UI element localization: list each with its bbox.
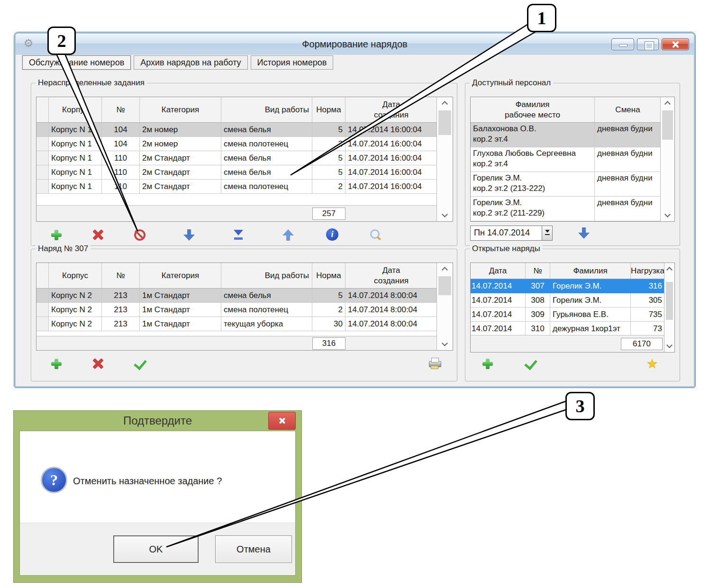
load-total: 6170 <box>621 338 663 350</box>
callout-1: 1 <box>527 4 556 32</box>
col-number[interactable]: № <box>526 263 550 279</box>
scroll-up-icon[interactable] <box>666 267 673 273</box>
person-name: Глухова Любовь Сергеевна <box>473 148 592 159</box>
col-date[interactable]: Дата <box>471 263 526 279</box>
minimize-button[interactable] <box>611 38 634 50</box>
scroll-up-icon[interactable] <box>442 267 448 273</box>
col-load[interactable]: Нагрузка <box>631 263 665 279</box>
table-header: Корпус № Категория Вид работы Норма Дата… <box>36 97 437 123</box>
maximize-button[interactable] <box>637 38 659 50</box>
confirm-icon[interactable] <box>524 357 537 371</box>
dialog-content: ? Отменить назначенное задание ? OK Отме… <box>19 431 296 576</box>
date-combo[interactable]: Пн 14.07.2014 <box>470 226 553 241</box>
favorite-star-icon[interactable] <box>645 357 659 371</box>
question-icon: ? <box>41 467 67 493</box>
col-worktype[interactable]: Вид работы <box>221 97 312 123</box>
col-norm[interactable]: Норма <box>312 263 345 289</box>
ok-button[interactable]: OK <box>113 535 199 563</box>
delete-icon[interactable] <box>91 357 105 371</box>
dialog-close-icon[interactable] <box>268 412 296 430</box>
table-row[interactable]: 14.07.2014 309 Гурьянова Е.В. 735 <box>471 308 665 322</box>
dialog-title: Подтвердите <box>14 411 301 431</box>
info-icon[interactable] <box>326 228 338 241</box>
scrollbar[interactable] <box>660 97 674 221</box>
table-row[interactable]: 14.07.2014 308 Горелик Э.М. 305 <box>471 293 665 308</box>
group-order-307: Наряд № 307 Корпус № Категория Вид работ… <box>31 249 457 381</box>
assign-down-icon[interactable] <box>577 226 591 240</box>
table-row[interactable]: Глухова Любовь Сергеевна кор.2 эт.4 днев… <box>471 147 661 172</box>
table-row[interactable]: 14.07.2014 310 дежурная 1кор1эт 73 <box>471 322 665 336</box>
col-worktype[interactable]: Вид работы <box>221 263 312 289</box>
person-place: кор.2 эт.2 (213-222) <box>473 183 592 194</box>
search-icon[interactable] <box>369 228 382 242</box>
unassigned-table: Корпус № Категория Вид работы Норма Дата… <box>36 97 453 222</box>
scrollbar[interactable] <box>436 97 453 221</box>
table-header: Фамилия рабочее место Смена <box>471 97 661 123</box>
col-norm[interactable]: Норма <box>312 97 345 123</box>
scroll-down-icon[interactable] <box>442 211 448 217</box>
table-row[interactable]: Балахонова О.В. кор.2 эт.4 дневная будни <box>471 123 661 147</box>
col-name-place[interactable]: Фамилия рабочее место <box>471 97 595 123</box>
scroll-down-icon[interactable] <box>442 340 448 346</box>
titlebar[interactable]: ⚙ Формирование нарядов <box>16 34 694 54</box>
col-created[interactable]: Дата создания <box>345 97 437 123</box>
col-category[interactable]: Категория <box>140 263 221 289</box>
print-icon[interactable] <box>428 357 441 371</box>
col-category[interactable]: Категория <box>140 97 221 123</box>
col-corpus[interactable]: Корпус <box>49 263 102 289</box>
col-number[interactable]: № <box>102 263 140 289</box>
table-row[interactable]: Корпус N 2 213 1м Стандарт смена белья 5… <box>36 289 437 303</box>
scroll-up-icon[interactable] <box>664 101 671 107</box>
dropdown-icon[interactable] <box>542 226 552 240</box>
move-up-icon[interactable] <box>282 228 295 242</box>
scroll-thumb[interactable] <box>666 282 673 320</box>
table-row[interactable]: Корпус N 1 104 2м номер смена белья 5 14… <box>36 123 437 137</box>
table-row[interactable]: Корпус N 2 213 1м Стандарт смена полотен… <box>36 303 437 317</box>
table-row[interactable]: Горелик Э.М. кор.2 эт.2 (213-222) дневна… <box>471 172 661 197</box>
scroll-thumb[interactable] <box>438 110 451 135</box>
person-shift: дневная будни <box>595 172 661 197</box>
col-corpus[interactable]: Корпус <box>49 97 102 123</box>
move-to-bottom-icon[interactable] <box>232 228 245 242</box>
table-row[interactable]: Корпус N 1 104 2м номер смена полотенец … <box>36 137 437 151</box>
tab-orders-archive[interactable]: Архив нарядов на работу <box>134 55 247 70</box>
scroll-up-icon[interactable] <box>442 101 448 107</box>
col-number[interactable]: № <box>102 97 140 123</box>
table-row[interactable]: Корпус N 2 213 1м Стандарт текущая уборк… <box>36 317 437 331</box>
table-row[interactable]: 14.07.2014 307 Горелик Э.М. 316 <box>471 279 665 293</box>
scroll-down-icon[interactable] <box>666 342 673 348</box>
tab-room-service[interactable]: Обслуживание номеров <box>22 55 131 70</box>
person-place: кор.2 эт.2 (211-229) <box>473 208 592 218</box>
scrollbar[interactable] <box>664 263 674 352</box>
table-footer: 257 <box>36 205 437 221</box>
cancel-assignment-icon[interactable] <box>133 228 146 242</box>
open-orders-table: Дата № Фамилия Нагрузка 14.07.2014 307 Г… <box>470 262 675 353</box>
col-shift[interactable]: Смена <box>595 97 661 123</box>
col-surname[interactable]: Фамилия <box>550 263 631 279</box>
add-icon[interactable] <box>481 357 494 371</box>
table-header: Дата № Фамилия Нагрузка <box>471 263 665 279</box>
group-personnel: Доступный персонал Фамилия рабочее место… <box>465 83 680 246</box>
table-row[interactable]: Корпус N 1 110 2м Стандарт смена белья 5… <box>36 165 437 180</box>
callout-3: 3 <box>565 392 595 420</box>
scroll-down-icon[interactable] <box>664 211 671 217</box>
move-down-icon[interactable] <box>182 228 196 242</box>
cancel-button[interactable]: Отмена <box>215 535 292 563</box>
close-button[interactable] <box>662 38 689 50</box>
scroll-thumb[interactable] <box>662 110 673 140</box>
scrollbar[interactable] <box>436 263 453 350</box>
confirm-icon[interactable] <box>133 357 146 371</box>
group-title: Открытые наряды <box>470 244 543 253</box>
table-row[interactable]: Горелик Э.М. кор.2 эт.2 (211-229) дневна… <box>471 197 661 221</box>
table-footer: 6170 <box>471 335 665 352</box>
tab-rooms-history[interactable]: История номеров <box>251 55 334 70</box>
table-row[interactable]: Корпус N 1 110 2м Стандарт смена полотен… <box>36 180 437 194</box>
table-row[interactable]: Корпус N 1 110 2м Стандарт смена белья 5… <box>36 151 437 165</box>
table-footer: 316 <box>36 336 437 350</box>
group-title: Наряд № 307 <box>36 244 91 253</box>
delete-icon[interactable] <box>91 228 105 242</box>
col-created[interactable]: Дата создания <box>345 263 437 289</box>
add-icon[interactable] <box>50 357 63 371</box>
scroll-thumb[interactable] <box>438 276 451 295</box>
add-icon[interactable] <box>50 228 63 242</box>
